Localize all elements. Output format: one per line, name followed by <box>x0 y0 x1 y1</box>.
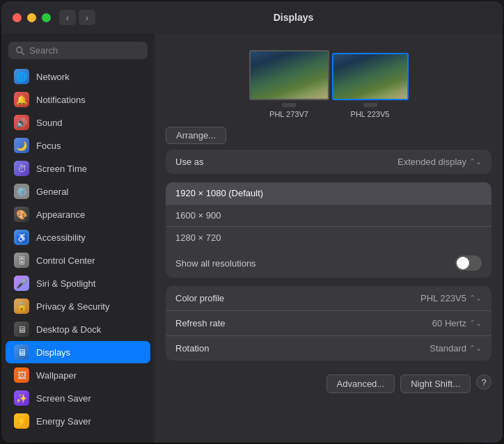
sidebar-item-sound[interactable]: 🔊Sound <box>6 111 150 134</box>
refresh-rate-label: Refresh rate <box>175 318 226 328</box>
monitor2-block: PHL 223V5 <box>332 53 409 118</box>
rotation-value[interactable]: Standard ⌃⌄ <box>430 343 482 354</box>
sidebar-label-appearance: Appearance <box>36 209 85 220</box>
energysaver-icon: ⚡ <box>14 413 29 429</box>
sidebar-label-accessibility: Accessibility <box>36 232 86 243</box>
network-icon: 🌐 <box>14 69 29 84</box>
control-icon: 🎛 <box>14 253 29 268</box>
monitor1-label: PHL 273V7 <box>269 110 308 118</box>
arrange-button[interactable]: Arrange... <box>166 127 226 144</box>
use-as-label: Use as <box>175 157 203 167</box>
color-profile-value[interactable]: PHL 223V5 ⌃⌄ <box>420 293 482 303</box>
search-box[interactable] <box>8 42 148 59</box>
siri-icon: 🎤 <box>14 276 29 291</box>
use-as-value[interactable]: Extended display ⌃⌄ <box>397 157 482 167</box>
appearance-icon: 🎨 <box>14 207 29 222</box>
screensaver-icon: ✨ <box>14 390 29 406</box>
displays-preview: PHL 273V7 PHL 223V5 <box>166 50 491 118</box>
sound-icon: 🔊 <box>14 115 29 130</box>
traffic-lights <box>13 13 51 22</box>
maximize-button[interactable] <box>42 13 51 22</box>
use-as-arrow: ⌃⌄ <box>469 157 482 166</box>
close-button[interactable] <box>13 13 22 22</box>
sidebar-label-wallpaper: Wallpaper <box>36 370 77 381</box>
general-icon: ⚙️ <box>14 184 29 199</box>
nav-buttons: ‹ › <box>59 10 95 25</box>
sidebar-item-control[interactable]: 🎛Control Center <box>6 249 150 271</box>
sidebar-item-siri[interactable]: 🎤Siri & Spotlight <box>6 272 150 294</box>
displays-icon: 🖥 <box>14 344 29 360</box>
show-all-toggle[interactable] <box>455 255 482 271</box>
refresh-rate-arrow: ⌃⌄ <box>469 319 482 328</box>
minimize-button[interactable] <box>27 13 36 22</box>
rotation-label: Rotation <box>175 343 209 354</box>
use-as-section: Use as Extended display ⌃⌄ <box>166 150 491 174</box>
sidebar-label-notifications: Notifications <box>36 95 86 105</box>
sidebar-item-energysaver[interactable]: ⚡Energy Saver <box>6 410 150 432</box>
color-profile-arrow: ⌃⌄ <box>469 294 482 303</box>
sidebar-label-energysaver: Energy Saver <box>36 416 91 427</box>
accessibility-icon: ♿ <box>14 230 29 245</box>
monitor2-stand <box>363 103 377 107</box>
screentime-icon: ⏱ <box>14 161 29 176</box>
rotation-arrow: ⌃⌄ <box>469 344 482 353</box>
sidebar-label-privacy: Privacy & Security <box>36 301 109 312</box>
rotation-row: Rotation Standard ⌃⌄ <box>166 336 491 360</box>
sidebar-label-displays: Displays <box>36 347 70 358</box>
refresh-rate-value[interactable]: 60 Hertz ⌃⌄ <box>432 318 482 328</box>
advanced-button[interactable]: Advanced... <box>326 374 395 393</box>
sidebar: 🌐Network🔔Notifications🔊Sound🌙Focus⏱Scree… <box>1 33 155 443</box>
color-profile-label: Color profile <box>175 293 224 303</box>
monitor2-screen <box>333 54 407 99</box>
show-all-label: Show all resolutions <box>175 258 256 269</box>
sidebar-label-network: Network <box>36 72 70 82</box>
sidebar-item-network[interactable]: 🌐Network <box>6 65 150 88</box>
resolution-row-2[interactable]: 1280 × 720 <box>166 227 491 248</box>
help-button[interactable]: ? <box>476 374 491 390</box>
forward-button[interactable]: › <box>79 10 95 25</box>
sidebar-item-appearance[interactable]: 🎨Appearance <box>6 203 150 225</box>
sidebar-label-focus: Focus <box>36 141 61 151</box>
sidebar-item-desktopdock[interactable]: 🖥Desktop & Dock <box>6 318 150 340</box>
sidebar-label-sound: Sound <box>36 118 63 128</box>
monitor1-frame[interactable] <box>249 50 329 100</box>
monitor1-stand <box>282 103 296 107</box>
notifications-icon: 🔔 <box>14 92 29 107</box>
color-section: Color profile PHL 223V5 ⌃⌄ Refresh rate … <box>166 286 491 360</box>
desktopdock-icon: 🖥 <box>14 322 29 337</box>
sidebar-item-accessibility[interactable]: ♿Accessibility <box>6 226 150 248</box>
privacy-icon: 🔒 <box>14 299 29 314</box>
sidebar-item-screentime[interactable]: ⏱Screen Time <box>6 157 150 180</box>
wallpaper-icon: 🖼 <box>14 367 29 383</box>
search-input[interactable] <box>29 45 141 56</box>
search-icon <box>15 46 25 56</box>
sidebar-label-siri: Siri & Spotlight <box>36 278 95 289</box>
rotation-value-text: Standard <box>430 343 466 354</box>
content-area: PHL 273V7 PHL 223V5 Arrange... Use as Ex… <box>155 33 503 443</box>
sidebar-item-displays[interactable]: 🖥Displays <box>6 341 150 363</box>
svg-line-1 <box>22 51 24 54</box>
titlebar: ‹ › Displays <box>1 1 503 33</box>
sidebar-item-general[interactable]: ⚙️General <box>6 180 150 203</box>
night-shift-button[interactable]: Night Shift... <box>400 374 471 393</box>
monitor2-label: PHL 223V5 <box>351 110 390 118</box>
resolution-section: 1920 × 1080 (Default)1600 × 9001280 × 72… <box>166 182 491 278</box>
sidebar-label-screentime: Screen Time <box>36 164 87 174</box>
sidebar-item-privacy[interactable]: 🔒Privacy & Security <box>6 295 150 317</box>
sidebar-item-wallpaper[interactable]: 🖼Wallpaper <box>6 364 150 386</box>
refresh-rate-row: Refresh rate 60 Hertz ⌃⌄ <box>166 311 491 336</box>
sidebar-label-desktopdock: Desktop & Dock <box>36 324 101 335</box>
use-as-row: Use as Extended display ⌃⌄ <box>166 150 491 174</box>
sidebar-item-notifications[interactable]: 🔔Notifications <box>6 88 150 111</box>
monitor2-frame[interactable] <box>332 53 409 100</box>
back-button[interactable]: ‹ <box>59 10 76 25</box>
show-all-row: Show all resolutions <box>166 248 491 278</box>
resolution-row-0[interactable]: 1920 × 1080 (Default) <box>166 182 491 205</box>
resolution-row-1[interactable]: 1600 × 900 <box>166 205 491 227</box>
sidebar-label-control: Control Center <box>36 255 95 266</box>
monitor1-screen <box>251 51 328 99</box>
sidebar-item-focus[interactable]: 🌙Focus <box>6 134 150 157</box>
sidebar-label-general: General <box>36 187 68 197</box>
sidebar-item-screensaver[interactable]: ✨Screen Saver <box>6 387 150 409</box>
sidebar-label-screensaver: Screen Saver <box>36 393 91 404</box>
